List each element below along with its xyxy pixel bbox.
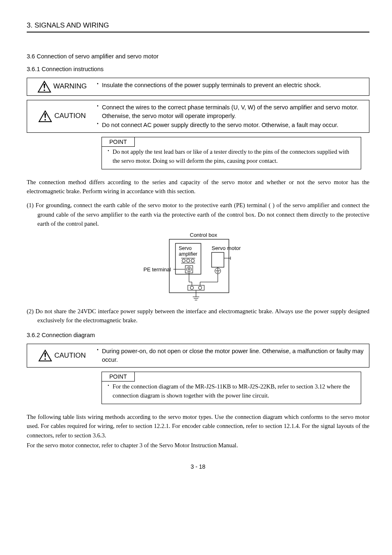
point2-text: For the connection diagram of the MR-J2S…	[108, 382, 355, 400]
diagram-amp-label-2: amplifier	[179, 251, 197, 257]
num2-prefix: (2)	[27, 308, 35, 314]
svg-point-10	[191, 259, 194, 262]
control-box-diagram: Control box Servo amplifier PE terminal …	[130, 232, 266, 302]
num2-text: Do not share the 24VDC interface power s…	[35, 308, 369, 324]
num1-text: For grounding, connect the earth cable o…	[36, 202, 369, 227]
point-box-1: POINT Do not apply the test lead bars or…	[101, 137, 361, 169]
svg-point-31	[198, 286, 202, 289]
paragraph-intro: The connection method differs according …	[27, 178, 369, 196]
point-content-2: For the connection diagram of the MR-J2S…	[102, 382, 361, 404]
diagram-pe-label: PE terminal	[143, 266, 171, 273]
caution-label-2: CAUTION	[27, 344, 97, 367]
page-number: 3 - 18	[27, 462, 369, 471]
svg-marker-4	[44, 113, 46, 118]
point1-text: Do not apply the test lead bars or like …	[108, 148, 355, 166]
caution-text-1: Connect the wires to the correct phase t…	[97, 100, 369, 132]
num1-prefix: (1)	[27, 202, 36, 208]
caution-triangle-icon	[38, 110, 52, 123]
warning-label-text: WARNING	[53, 81, 87, 92]
svg-point-2	[44, 89, 45, 91]
caution-label-text-1: CAUTION	[54, 111, 86, 121]
caution2-item1: During power-on, do not open or close th…	[97, 347, 364, 364]
point-content-1: Do not apply the test lead bars or like …	[102, 147, 361, 169]
warning-box: WARNING Insulate the connections of the …	[27, 78, 369, 96]
caution-label-text-2: CAUTION	[54, 351, 86, 361]
svg-marker-43	[44, 353, 46, 357]
svg-marker-1	[44, 84, 45, 88]
caution-triangle-icon-2	[38, 349, 52, 362]
caution-label-1: CAUTION	[27, 100, 97, 132]
svg-point-5	[44, 119, 46, 120]
warning-item: Insulate the connections of the power su…	[97, 81, 364, 90]
caution1-item2: Do not connect AC power supply directly …	[97, 121, 364, 130]
warning-label: WARNING	[27, 78, 97, 95]
svg-point-9	[187, 259, 190, 262]
diagram-amp-label-1: Servo	[179, 245, 192, 251]
numbered-item-2: (2) Do not share the 24VDC interface pow…	[27, 307, 369, 325]
caution-box-2: CAUTION During power-on, do not open or …	[27, 344, 369, 368]
point-tab-2: POINT	[102, 372, 135, 382]
warning-triangle-icon	[37, 81, 51, 93]
caution-text-2: During power-on, do not open or close th…	[97, 344, 369, 367]
caution1-item1: Connect the wires to the correct phase t…	[97, 103, 364, 120]
svg-rect-20	[212, 252, 224, 267]
point-box-2: POINT For the connection diagram of the …	[101, 372, 361, 404]
diagram-title: Control box	[190, 232, 217, 238]
point-tab-1: POINT	[102, 137, 135, 147]
paragraph-tail-2: For the servo motor connector, refer to …	[27, 441, 369, 450]
svg-point-8	[182, 259, 185, 262]
heading-3-6-2: 3.6.2 Connection diagram	[27, 331, 369, 340]
warning-text: Insulate the connections of the power su…	[97, 78, 369, 95]
svg-point-30	[190, 286, 194, 289]
paragraph-tail-1: The following table lists wiring methods…	[27, 412, 369, 440]
heading-3-6: 3.6 Connection of servo amplifier and se…	[27, 52, 369, 61]
caution-box-1: CAUTION Connect the wires to the correct…	[27, 100, 369, 133]
svg-point-44	[44, 358, 46, 360]
diagram-motor-label: Servo motor	[212, 245, 241, 251]
heading-3-6-1: 3.6.1 Connection instructions	[27, 65, 369, 74]
section-header: 3. SIGNALS AND WIRING	[27, 21, 369, 32]
numbered-item-1: (1) For grounding, connect the earth cab…	[27, 201, 369, 228]
